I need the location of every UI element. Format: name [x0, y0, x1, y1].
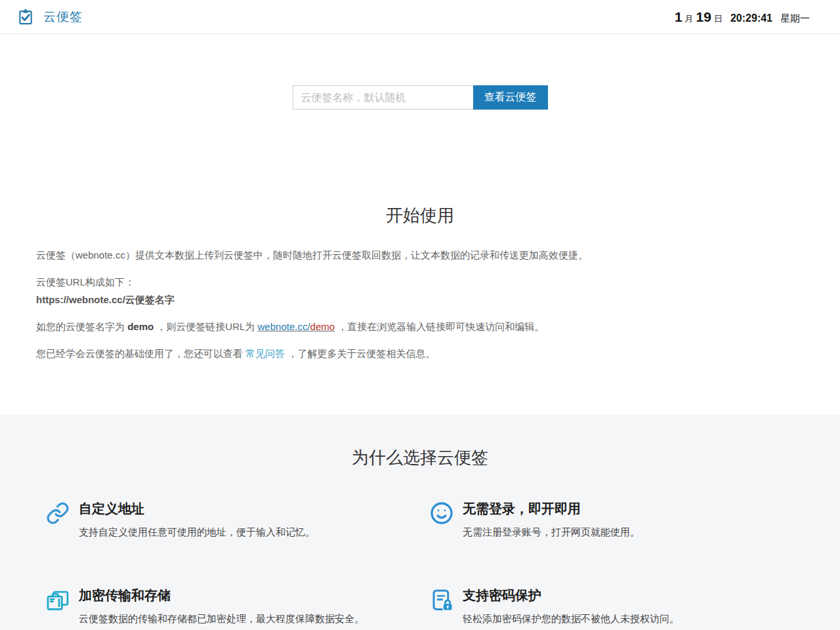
feature-title: 加密传输和存储 — [79, 587, 364, 604]
date-day-unit: 日 — [714, 13, 723, 25]
url-label: 云便签URL构成如下： — [36, 276, 135, 287]
header: 云便签 1 月 19 日 20:29:41 星期一 — [0, 0, 840, 34]
demo-link-name: demo — [310, 321, 335, 332]
example-text-before: 如您的云便签名字为 — [36, 321, 127, 332]
smiley-icon — [430, 501, 453, 525]
url-format-paragraph: 云便签URL构成如下： https://webnote.cc/云便签名字 — [36, 273, 804, 308]
why-section: 为什么选择云便签 自定义地址 支持自定义使用任意可使用的地址，便于输入和记忆。 — [0, 415, 840, 630]
date-day-number: 19 — [696, 9, 711, 25]
feature-desc: 支持自定义使用任意可使用的地址，便于输入和记忆。 — [79, 525, 315, 539]
feature-desc: 无需注册登录账号，打开网页就能使用。 — [463, 525, 640, 539]
why-heading: 为什么选择云便签 — [0, 449, 840, 466]
features-grid: 自定义地址 支持自定义使用任意可使用的地址，便于输入和记忆。 无需登录，即开即用… — [36, 500, 804, 626]
feature-title: 支持密码保护 — [463, 587, 679, 604]
faq-text-before: 您已经学会云便签的基础使用了，您还可以查看 — [36, 348, 245, 359]
feature-encrypted-storage: 加密传输和存储 云便签数据的传输和存储都已加密处理，最大程度保障数据安全。 — [36, 587, 420, 626]
getting-started-heading: 开始使用 — [0, 207, 840, 224]
feature-desc: 轻松添加密码保护您的数据不被他人未授权访问。 — [463, 612, 679, 626]
feature-title: 自定义地址 — [79, 500, 315, 517]
url-pattern: https://webnote.cc/云便签名字 — [36, 294, 175, 305]
clock-time: 20:29:41 — [730, 12, 772, 24]
demo-link-base: webnote.cc/ — [258, 321, 310, 332]
getting-started-section: 云便签（webnote.cc）提供文本数据上传到云便签中，随时随地打开云便签取回… — [36, 246, 804, 415]
feature-custom-address: 自定义地址 支持自定义使用任意可使用的地址，便于输入和记忆。 — [36, 500, 420, 539]
feature-desc: 云便签数据的传输和存储都已加密处理，最大程度保障数据安全。 — [79, 612, 364, 626]
weekday-label: 星期一 — [780, 12, 810, 25]
faq-text-after: ，了解更多关于云便签相关信息。 — [285, 348, 435, 359]
link-icon — [46, 501, 70, 525]
feature-no-login: 无需登录，即开即用 无需注册登录账号，打开网页就能使用。 — [420, 500, 804, 539]
document-lock-icon — [430, 588, 453, 612]
feature-title: 无需登录，即开即用 — [463, 500, 640, 517]
example-paragraph: 如您的云便签名字为 demo ，则云便签链接URL为 webnote.cc/de… — [36, 318, 804, 335]
search-bar: 查看云便签 — [0, 85, 840, 110]
feature-password-protect: 支持密码保护 轻松添加密码保护您的数据不被他人未授权访问。 — [420, 587, 804, 626]
logo[interactable]: 云便签 — [17, 9, 83, 26]
logo-text: 云便签 — [43, 9, 83, 26]
datetime: 1 月 19 日 20:29:41 星期一 — [675, 9, 810, 25]
demo-link[interactable]: webnote.cc/demo — [258, 321, 335, 332]
view-note-button[interactable]: 查看云便签 — [473, 85, 548, 110]
note-name-input[interactable] — [293, 85, 473, 110]
example-text-after: ，直接在浏览器输入链接即可快速访问和编辑。 — [335, 321, 544, 332]
example-text-middle: ，则云便签链接URL为 — [154, 321, 257, 332]
clipboard-check-icon — [17, 9, 34, 26]
intro-paragraph: 云便签（webnote.cc）提供文本数据上传到云便签中，随时随地打开云便签取回… — [36, 246, 804, 264]
date-month-unit: 月 — [685, 13, 694, 25]
faq-paragraph: 您已经学会云便签的基础使用了，您还可以查看 常见问答 ，了解更多关于云便签相关信… — [36, 345, 804, 362]
date-month-number: 1 — [675, 9, 682, 25]
briefcases-icon — [46, 588, 70, 612]
demo-name-bold: demo — [127, 321, 154, 332]
faq-link[interactable]: 常见问答 — [245, 348, 285, 359]
